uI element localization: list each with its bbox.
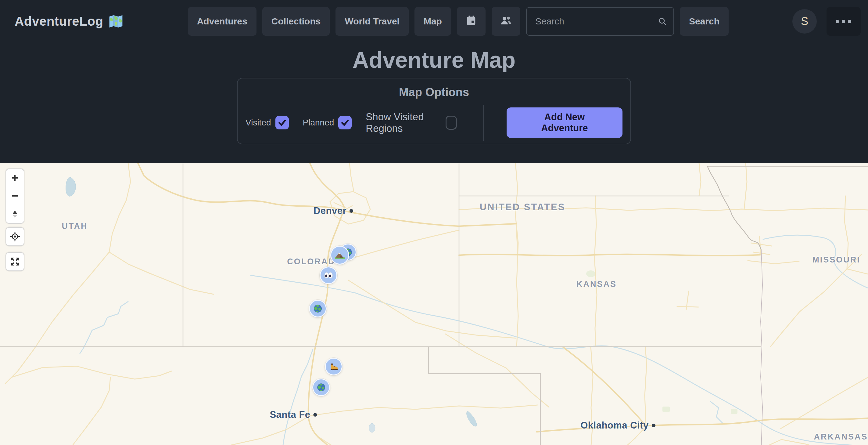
calendar-icon [465,14,477,29]
city-label-denver: Denver [313,205,353,216]
toggle-show-visited-regions: Show Visited Regions [366,111,457,134]
brand[interactable]: AdventureLog [14,13,124,30]
search-input[interactable] [526,7,674,36]
ellipsis-icon [836,20,839,23]
zoom-in-button[interactable] [6,169,24,187]
state-label-kansas: KANSAS [577,279,617,289]
hero-section: Adventure Map Map Options VisitedPlanned… [0,47,868,163]
show-visited-regions-checkbox[interactable] [445,116,457,130]
search-button[interactable]: Search [680,7,728,36]
search-wrap [526,7,674,36]
state-label-utah: UTAH [62,221,88,231]
toggle-label: Visited [246,118,271,127]
adventure-marker-globe[interactable] [312,379,330,396]
zoom-out-button[interactable] [6,187,24,205]
map-options-heading: Map Options [246,86,622,99]
toggle-visited: Visited [246,116,289,129]
add-new-adventure-button[interactable]: Add New Adventure [506,108,622,138]
search-icon [657,17,667,26]
calendar-button[interactable] [457,7,486,36]
state-label-missouri: MISSOURI [812,255,860,265]
state-label-arkansas: ARKANSAS [814,432,868,442]
city-label-oklahoma-city: Oklahoma City [580,420,655,431]
city-name: Oklahoma City [580,420,649,431]
city-dot [652,424,655,427]
nav-right: S [793,7,861,36]
city-name: Santa Fe [270,409,310,420]
overflow-menu-button[interactable] [827,7,861,36]
nav-link-collections[interactable]: Collections [262,7,330,36]
toggle-label: Planned [303,118,334,127]
map-basemap [0,163,868,445]
city-dot [313,413,317,417]
map-options-card: Map Options VisitedPlannedShow Visited R… [237,78,631,144]
adventure-marker-mountain[interactable] [330,246,349,265]
visited-checkbox[interactable] [275,116,289,129]
users-icon [500,14,512,29]
adventure-marker-globe[interactable] [309,300,327,318]
fullscreen-button[interactable] [5,252,24,271]
city-name: Denver [313,205,346,216]
toggle-planned: Planned [303,116,352,129]
geolocate-button[interactable] [5,227,24,246]
planned-checkbox[interactable] [338,116,352,129]
adventure-map[interactable]: UTAHCOLORADOUNITED STATESKANSASMISSOURIA… [0,163,868,445]
map-options-row: VisitedPlannedShow Visited Regions Add N… [246,105,622,141]
brand-name: AdventureLog [14,14,103,29]
city-dot [349,209,353,213]
page-title: Adventure Map [0,47,868,73]
adventure-marker-eyes[interactable] [320,266,337,284]
state-label-united-states: UNITED STATES [480,202,565,213]
adventurelog-app: AdventureLog AdventuresCollectionsWorld … [0,0,868,445]
avatar[interactable]: S [793,9,817,34]
world-map-logo-icon [108,13,124,30]
nav-center: AdventuresCollectionsWorld TravelMap Sea… [188,7,728,36]
map-zoom-controls [5,169,24,224]
toggle-label: Show Visited Regions [366,111,441,134]
nav-link-world-travel[interactable]: World Travel [336,7,409,36]
divider [483,105,484,141]
navbar: AdventureLog AdventuresCollectionsWorld … [0,0,868,43]
compass-pitch-button[interactable] [6,205,24,223]
users-button[interactable] [492,7,520,36]
nav-link-adventures[interactable]: Adventures [188,7,256,36]
adventure-marker-boot[interactable] [325,358,342,376]
state-label-oklahoma: OKLAHOMA [625,444,681,445]
nav-link-map[interactable]: Map [414,7,451,36]
city-label-santa-fe: Santa Fe [270,409,317,420]
